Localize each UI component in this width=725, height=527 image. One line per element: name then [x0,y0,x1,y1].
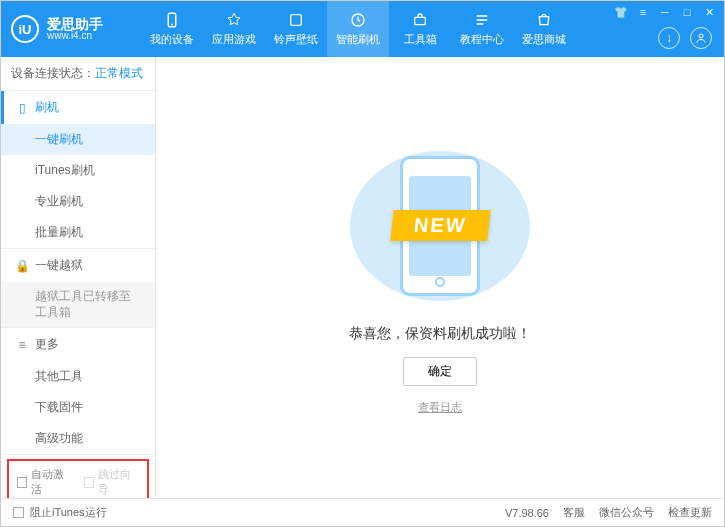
apps-icon [225,11,243,29]
sidebar-more-header[interactable]: ≡ 更多 [1,328,155,361]
service-link[interactable]: 客服 [563,505,585,520]
connection-status: 设备连接状态：正常模式 [1,57,155,91]
new-ribbon: NEW [390,210,490,241]
sidebar-item-onekey[interactable]: 一键刷机 [1,124,155,155]
sidebar-jailbreak-note: 越狱工具已转移至工具箱 [1,282,155,327]
nav-my-device[interactable]: 我的设备 [141,1,203,57]
sidebar-item-download[interactable]: 下载固件 [1,392,155,423]
checkbox-icon [17,477,27,488]
flash-icon [349,11,367,29]
top-nav: 我的设备 应用游戏 铃声壁纸 智能刷机 工具箱 教程中心 [141,1,575,57]
tutorial-icon [473,11,491,29]
sidebar-item-pro[interactable]: 专业刷机 [1,186,155,217]
window-controls: 👕 ≡ ─ □ ✕ [614,5,716,19]
version-label: V7.98.66 [505,507,549,519]
toolbox-icon [411,11,429,29]
lock-icon: 🔒 [15,259,29,273]
checkbox-auto-activate[interactable]: 自动激活 [17,467,72,497]
checkbox-icon [84,477,94,488]
ok-button[interactable]: 确定 [403,357,477,386]
nav-flash[interactable]: 智能刷机 [327,1,389,57]
success-message: 恭喜您，保资料刷机成功啦！ [349,325,531,343]
view-log-link[interactable]: 查看日志 [418,400,462,415]
success-illustration: NEW [340,141,540,311]
main-content: NEW 恭喜您，保资料刷机成功啦！ 确定 查看日志 [156,57,724,498]
svg-rect-4 [415,17,426,24]
checkbox-skip-guide[interactable]: 跳过向导 [84,467,139,497]
store-icon [535,11,553,29]
logo-icon: iU [11,15,39,43]
sidebar: 设备连接状态：正常模式 ▯ 刷机 一键刷机 iTunes刷机 专业刷机 批量刷机… [1,57,156,498]
app-header: iU 爱思助手 www.i4.cn 我的设备 应用游戏 铃声壁纸 智能刷机 [1,1,724,57]
checkbox-icon[interactable] [13,507,24,518]
minimize-icon[interactable]: ─ [658,5,672,19]
skin-icon[interactable]: 👕 [614,5,628,19]
app-title: 爱思助手 [47,17,103,31]
status-bar: 阻止iTunes运行 V7.98.66 客服 微信公众号 检查更新 [1,498,724,526]
maximize-icon[interactable]: □ [680,5,694,19]
sidebar-item-itunes[interactable]: iTunes刷机 [1,155,155,186]
nav-store[interactable]: 爱思商城 [513,1,575,57]
logo-area: iU 爱思助手 www.i4.cn [11,15,141,43]
svg-point-5 [699,34,703,38]
wechat-link[interactable]: 微信公众号 [599,505,654,520]
app-url: www.i4.cn [47,31,103,41]
close-icon[interactable]: ✕ [702,5,716,19]
sidebar-flash-header[interactable]: ▯ 刷机 [1,91,155,124]
update-link[interactable]: 检查更新 [668,505,712,520]
more-icon: ≡ [15,338,29,352]
sidebar-jailbreak-header[interactable]: 🔒 一键越狱 [1,249,155,282]
device-icon [163,11,181,29]
sidebar-item-batch[interactable]: 批量刷机 [1,217,155,248]
menu-icon[interactable]: ≡ [636,5,650,19]
nav-tutorials[interactable]: 教程中心 [451,1,513,57]
block-itunes-label[interactable]: 阻止iTunes运行 [30,505,107,520]
user-icon[interactable] [690,27,712,49]
options-highlight: 自动激活 跳过向导 [7,459,149,498]
phone-icon: ▯ [15,101,29,115]
download-icon[interactable]: ↓ [658,27,680,49]
nav-ringtones[interactable]: 铃声壁纸 [265,1,327,57]
nav-toolbox[interactable]: 工具箱 [389,1,451,57]
svg-rect-2 [291,15,302,26]
nav-apps[interactable]: 应用游戏 [203,1,265,57]
sidebar-item-other[interactable]: 其他工具 [1,361,155,392]
sidebar-item-advanced[interactable]: 高级功能 [1,423,155,454]
wallpaper-icon [287,11,305,29]
